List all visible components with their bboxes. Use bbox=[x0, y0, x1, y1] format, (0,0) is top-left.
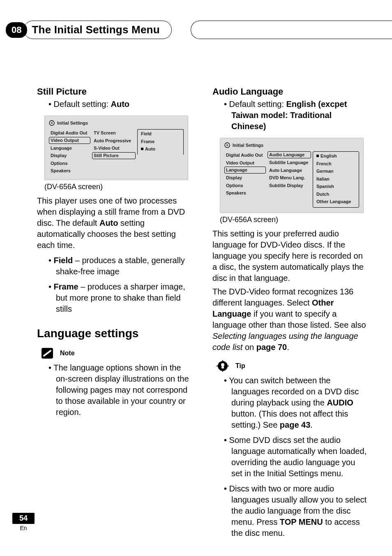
svg-point-0 bbox=[49, 120, 54, 125]
menu1-c3-1: Frame bbox=[139, 138, 182, 146]
note-row: Note bbox=[41, 348, 192, 359]
tip-0: You can switch between the languages rec… bbox=[224, 375, 367, 431]
svg-point-7 bbox=[221, 363, 224, 366]
menu1-c2-0: TV Screen bbox=[92, 129, 136, 137]
menu2-c2-4: Subtitle Display bbox=[267, 182, 311, 190]
svg-point-1 bbox=[51, 122, 52, 123]
menu2-c3-1: French bbox=[315, 160, 357, 168]
sp-bullet-field: Field – produces a stable, generally sha… bbox=[48, 255, 192, 277]
sp-b1-bold: Frame bbox=[54, 282, 78, 291]
menu2-c3-0-marked: English bbox=[315, 152, 357, 160]
sp-b0-rest: – produces a stable, generally shake-fre… bbox=[56, 256, 185, 276]
menu2-c3-4: Spanish bbox=[315, 183, 357, 190]
menu2-c1-1: Video Output bbox=[224, 159, 266, 167]
menu2-c3-5: Dutch bbox=[315, 190, 357, 198]
tip-2: Discs with two or more audio languages u… bbox=[224, 483, 367, 539]
menu2-c3-6: Other Language bbox=[315, 198, 357, 206]
still-picture-heading: Still Picture bbox=[37, 86, 192, 97]
menu-title: Initial Settings bbox=[57, 120, 88, 125]
tip0c: . bbox=[310, 420, 313, 429]
menu2-c2-3: DVD Menu Lang. bbox=[267, 174, 311, 182]
tip-label: Tip bbox=[235, 362, 245, 370]
menu2-c1-3: Display bbox=[224, 174, 266, 182]
menu1-c2-2: S-Video Out bbox=[92, 144, 136, 152]
sp-bullet-frame: Frame – produces a sharper image, but mo… bbox=[48, 281, 192, 315]
still-picture-default: Default setting: Auto bbox=[48, 99, 192, 110]
menu2-c3-2: German bbox=[315, 167, 357, 175]
al-def-prefix: Default setting: bbox=[229, 100, 286, 109]
menu1-c2-3-selected: Still Picture bbox=[92, 152, 136, 159]
default-value: Auto bbox=[111, 100, 130, 109]
audio-language-menu: Initial Settings Digital Audio Out Video… bbox=[220, 138, 364, 213]
menu2-c2-1: Subtitle Language bbox=[267, 159, 311, 167]
menu2-c2-0-selected: Audio Language bbox=[267, 151, 311, 158]
menu1-c1-3: Display bbox=[49, 152, 90, 160]
menu1-c1-5: Speakers bbox=[49, 167, 90, 175]
al-para1: This setting is your preferred audio lan… bbox=[212, 228, 367, 284]
al-para2: The DVD-Video format recognizes 136 diff… bbox=[212, 286, 367, 353]
default-prefix: Default setting: bbox=[54, 100, 111, 109]
page-header: 08 The Initial Settings Menu bbox=[0, 21, 392, 39]
tip-row: Tip bbox=[217, 360, 367, 372]
tip-icon bbox=[217, 360, 229, 372]
page-title: The Initial Settings Menu bbox=[32, 23, 159, 36]
header-decor-box bbox=[191, 21, 392, 39]
tip-1: Some DVD discs set the audio language au… bbox=[224, 435, 367, 479]
disc-icon bbox=[49, 120, 55, 126]
menu2-c1-5: Speakers bbox=[224, 189, 266, 197]
tip2bold: TOP MENU bbox=[280, 517, 323, 526]
tip0bold2: page 43 bbox=[280, 420, 310, 429]
menu2-c1-2-selected: Language bbox=[224, 167, 266, 174]
page-lang: En bbox=[12, 525, 35, 531]
header-title-wrap: The Initial Settings Menu bbox=[24, 21, 171, 39]
still-picture-menu: Initial Settings Digital Audio Out Video… bbox=[44, 116, 188, 180]
page-number-value: 54 bbox=[12, 513, 35, 524]
disc-icon bbox=[224, 142, 230, 148]
al-p2d: . bbox=[287, 343, 289, 352]
still-picture-caption: (DV-656A screen) bbox=[44, 183, 192, 191]
tip0bold: AUDIO bbox=[327, 398, 353, 407]
audio-language-caption: (DV-656A screen) bbox=[220, 215, 367, 224]
menu1-c3-2-marked: Auto bbox=[139, 145, 182, 153]
al-p2c: on bbox=[242, 343, 256, 352]
note-text: The language options shown in the on-scr… bbox=[48, 362, 192, 418]
menu1-c1-0: Digital Audio Out bbox=[49, 129, 90, 137]
menu-title: Initial Settings bbox=[233, 143, 263, 148]
menu2-c2-2: Auto Language bbox=[267, 167, 311, 174]
svg-point-3 bbox=[225, 143, 230, 148]
menu1-c1-2: Language bbox=[49, 144, 90, 152]
menu2-c1-4: Options bbox=[224, 182, 266, 190]
svg-rect-8 bbox=[221, 366, 224, 368]
sp-b0-bold: Field bbox=[54, 256, 73, 265]
page-number: 54 En bbox=[12, 513, 35, 531]
audio-language-default: Default setting: English (excpet Taiwan … bbox=[224, 99, 367, 132]
menu1-c2-1: Auto Progressive bbox=[92, 137, 136, 145]
audio-language-heading: Audio Language bbox=[212, 86, 367, 97]
al-p2bold2: page 70 bbox=[256, 343, 287, 352]
menu1-c3-0: Field bbox=[139, 130, 182, 138]
sp-p1bold: Auto bbox=[99, 218, 118, 227]
menu2-c3-3: Italian bbox=[315, 175, 357, 183]
note-icon bbox=[41, 348, 53, 359]
svg-point-4 bbox=[226, 144, 228, 146]
menu1-c1-1-selected: Video Output bbox=[49, 137, 90, 144]
tip1a: Some DVD discs set the audio language au… bbox=[229, 436, 367, 478]
right-column: Audio Language Default setting: English … bbox=[212, 86, 367, 539]
menu2-c1-0: Digital Audio Out bbox=[224, 151, 266, 159]
language-settings-heading: Language settings bbox=[37, 327, 192, 340]
left-column: Still Picture Default setting: Auto Init… bbox=[37, 86, 192, 539]
menu1-c1-4: Options bbox=[49, 160, 90, 167]
note-label: Note bbox=[60, 350, 75, 357]
still-picture-para1: This player uses one of two processes wh… bbox=[37, 195, 192, 251]
